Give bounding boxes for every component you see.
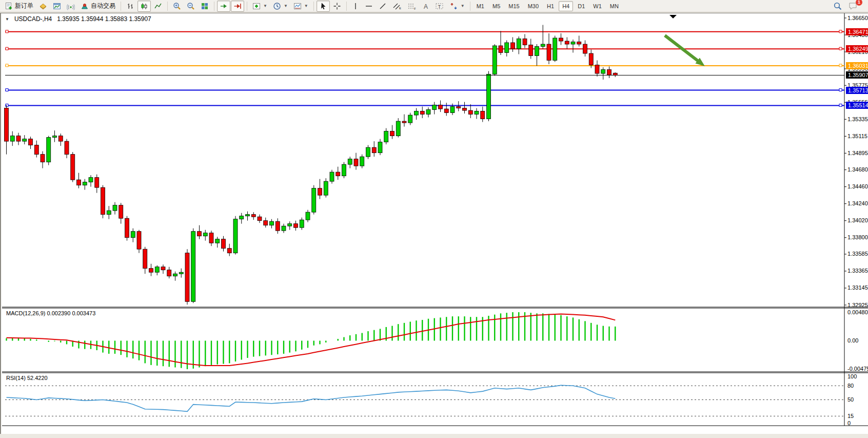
- auto-trading-button[interactable]: 自动交易: [78, 1, 118, 12]
- zoom-in-button[interactable]: [170, 1, 184, 12]
- collapse-triangle-icon[interactable]: ▼: [5, 17, 9, 22]
- rsi-tick: 100: [847, 373, 857, 380]
- crosshair-button[interactable]: [330, 1, 344, 12]
- candle: [378, 142, 382, 153]
- templates-button[interactable]: ▼: [291, 1, 311, 12]
- candle: [294, 224, 298, 228]
- trendline-icon: [379, 2, 387, 10]
- candle: [463, 108, 467, 111]
- candle: [203, 233, 207, 236]
- line-chart-button[interactable]: [151, 1, 165, 12]
- timeframe-d1[interactable]: D1: [574, 1, 588, 11]
- timeframe-m1[interactable]: M1: [473, 1, 488, 11]
- vertical-line-button[interactable]: [349, 1, 362, 12]
- trendline-button[interactable]: [376, 1, 389, 12]
- candle: [34, 145, 38, 155]
- candle: [53, 136, 57, 138]
- rsi-tick: 15: [847, 413, 854, 420]
- candle: [439, 105, 443, 109]
- arrows-icon: [450, 2, 458, 10]
- candle: [360, 157, 364, 166]
- candle: [396, 121, 400, 136]
- candle: [89, 178, 93, 182]
- candle: [288, 224, 292, 226]
- auto-trading-label: 自动交易: [91, 2, 115, 10]
- candle: [107, 211, 111, 215]
- new-order-button[interactable]: 新订单: [2, 1, 36, 12]
- candle: [101, 187, 105, 215]
- timeframe-w1[interactable]: W1: [589, 1, 605, 11]
- toolbar: 新订单 自动交易 ▼ ▼: [0, 0, 868, 12]
- candle: [227, 249, 231, 253]
- periods-button[interactable]: ▼: [270, 1, 290, 12]
- indicators-button[interactable]: ▼: [250, 1, 270, 12]
- zoom-out-icon: [187, 2, 195, 10]
- chat-button[interactable]: 1: [845, 1, 861, 12]
- auto-scroll-button[interactable]: [217, 1, 230, 12]
- candle: [222, 239, 226, 249]
- rsi-label: RSI(14) 52.4220: [6, 375, 48, 381]
- timeframe-m5[interactable]: M5: [489, 1, 504, 11]
- search-button[interactable]: [831, 1, 845, 12]
- price-tick: 1.36650: [847, 15, 868, 22]
- chart-profile-icon: [53, 2, 61, 10]
- candle: [143, 249, 147, 269]
- fibonacci-button[interactable]: F: [405, 1, 419, 12]
- chart-profile-button[interactable]: [50, 1, 64, 12]
- candle: [312, 188, 316, 213]
- arrows-button[interactable]: ▼: [447, 1, 467, 12]
- price-tick: 1.34240: [847, 200, 868, 207]
- chart-canvas[interactable]: [1, 13, 868, 434]
- text-icon: A: [422, 2, 429, 10]
- candle: [613, 73, 617, 75]
- candle: [444, 109, 448, 113]
- horizontal-line-button[interactable]: [362, 1, 376, 12]
- candle: [553, 38, 557, 61]
- auto-trading-icon: [81, 2, 89, 10]
- macd-tick: -0.004758: [847, 366, 868, 372]
- timeframe-h1[interactable]: H1: [543, 1, 558, 11]
- candle: [125, 218, 129, 238]
- auto-scroll-icon: [220, 2, 228, 10]
- price-tick: 1.34895: [847, 150, 868, 157]
- timeframe-mn[interactable]: MN: [606, 1, 622, 11]
- candle: [58, 136, 63, 142]
- price-line-badge: 1.36249: [846, 45, 868, 52]
- cursor-button[interactable]: [317, 1, 330, 12]
- candle: [191, 232, 195, 302]
- candle: [167, 270, 171, 276]
- candle: [185, 253, 189, 302]
- equidistant-channel-button[interactable]: E: [390, 1, 404, 12]
- candle: [457, 107, 461, 108]
- search-icon: [833, 2, 842, 11]
- notification-badge: 1: [856, 0, 862, 6]
- timeframe-m15[interactable]: M15: [505, 1, 523, 11]
- candle: [95, 178, 99, 188]
- candle: [487, 74, 491, 119]
- text-button[interactable]: A: [420, 1, 432, 12]
- text-label-button[interactable]: T: [432, 1, 447, 12]
- candle: [390, 131, 394, 136]
- signal-button[interactable]: [64, 1, 77, 12]
- chart-ohlc: 1.35935 1.35944 1.35883 1.35907: [57, 15, 151, 23]
- candle: [595, 65, 599, 74]
- indicators-icon: [252, 2, 261, 10]
- candle: [432, 105, 437, 110]
- candle: [282, 226, 286, 231]
- candle: [408, 115, 412, 123]
- quote-box-button[interactable]: [36, 1, 50, 12]
- chart-window[interactable]: ▼ USDCAD-,H4 1.35935 1.35944 1.35883 1.3…: [0, 13, 868, 434]
- candle: [415, 111, 419, 116]
- price-tick: 1.33365: [847, 268, 868, 274]
- zoom-out-button[interactable]: [184, 1, 198, 12]
- bar-chart-button[interactable]: [124, 1, 137, 12]
- candle: [348, 159, 352, 165]
- candle: [300, 220, 304, 227]
- price-line-badge: 1.36471: [846, 28, 868, 35]
- timeframe-m30[interactable]: M30: [524, 1, 542, 11]
- tile-windows-button[interactable]: [198, 1, 211, 12]
- candlestick-button[interactable]: [137, 1, 151, 12]
- chart-shift-button[interactable]: [231, 1, 244, 12]
- timeframe-h4[interactable]: H4: [559, 1, 573, 11]
- bar-chart-icon: [126, 2, 134, 10]
